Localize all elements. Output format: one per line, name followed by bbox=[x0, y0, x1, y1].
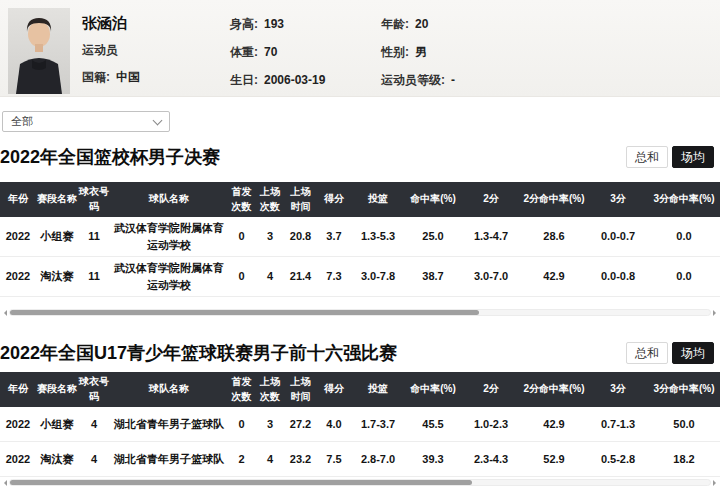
table-cell: 2022 bbox=[0, 217, 36, 257]
height-label: 身高: bbox=[230, 17, 258, 31]
table-cell: 小组赛 bbox=[36, 407, 78, 442]
height-value: 193 bbox=[264, 17, 284, 31]
nationality-label: 国籍: bbox=[82, 70, 110, 84]
weight-label: 体重: bbox=[230, 45, 258, 59]
weight-field: 体重:70 bbox=[230, 44, 381, 61]
nationality-field: 国籍:中国 bbox=[82, 69, 230, 86]
table-header-row: 年份赛段名称球衣号码球队名称首发次数上场次数上场时间得分投篮命中率(%)2分2分… bbox=[0, 372, 720, 407]
sum-toggle-button[interactable]: 总和 bbox=[626, 146, 668, 168]
table-cell: 0.0-0.8 bbox=[588, 257, 648, 297]
weight-value: 70 bbox=[264, 45, 277, 59]
athlete-photo bbox=[8, 8, 70, 94]
avg-toggle-button[interactable]: 场均 bbox=[672, 146, 714, 168]
table-cell: 湖北省青年男子篮球队 bbox=[110, 442, 228, 477]
column-header: 赛段名称 bbox=[36, 372, 78, 407]
table-cell: 42.9 bbox=[520, 407, 588, 442]
column-header: 3分 bbox=[588, 182, 648, 217]
stats-table: 年份赛段名称球衣号码球队名称首发次数上场次数上场时间得分投篮命中率(%)2分2分… bbox=[0, 182, 720, 297]
athlete-profile-panel: 张涵泊 运动员 国籍:中国 身高:193 体重:70 生日:2006-03-19… bbox=[0, 0, 720, 97]
table-header-row: 年份赛段名称球衣号码球队名称首发次数上场次数上场时间得分投篮命中率(%)2分2分… bbox=[0, 182, 720, 217]
column-header: 3分命中率(%) bbox=[648, 372, 720, 407]
scrollbar-thumb[interactable] bbox=[10, 310, 479, 315]
stat-mode-toggle: 总和 场均 bbox=[626, 146, 714, 168]
table-cell: 11 bbox=[78, 257, 110, 297]
athlete-role: 运动员 bbox=[82, 42, 230, 59]
column-header: 赛段名称 bbox=[36, 182, 78, 217]
filter-selected-value: 全部 bbox=[11, 114, 33, 129]
table-cell: 42.9 bbox=[520, 257, 588, 297]
stat-mode-toggle: 总和 场均 bbox=[626, 342, 714, 364]
table-cell: 2022 bbox=[0, 442, 36, 477]
table-cell: 3.0-7.8 bbox=[352, 257, 404, 297]
table-cell: 3 bbox=[255, 407, 285, 442]
table-cell: 0.0 bbox=[648, 217, 720, 257]
table-cell: 1.3-5.3 bbox=[352, 217, 404, 257]
table-row: 2022小组赛11武汉体育学院附属体育运动学校0320.83.71.3-5.32… bbox=[0, 217, 720, 257]
column-header: 2分 bbox=[462, 372, 520, 407]
column-header: 得分 bbox=[316, 372, 352, 407]
scroll-right-arrow-icon[interactable] bbox=[713, 480, 719, 486]
table-cell: 2.8-7.0 bbox=[352, 442, 404, 477]
table-cell: 45.5 bbox=[404, 407, 462, 442]
scrollbar-track[interactable] bbox=[9, 479, 711, 486]
table-cell: 3 bbox=[255, 217, 285, 257]
table-cell: 18.2 bbox=[648, 442, 720, 477]
table-cell: 38.7 bbox=[404, 257, 462, 297]
table-cell: 4.0 bbox=[316, 407, 352, 442]
table-cell: 0 bbox=[228, 257, 255, 297]
scrollbar-track[interactable] bbox=[9, 309, 711, 316]
column-header: 2分 bbox=[462, 182, 520, 217]
athlete-grade-label: 运动员等级: bbox=[381, 73, 445, 87]
table-cell: 淘汰赛 bbox=[36, 442, 78, 477]
age-value: 20 bbox=[415, 17, 428, 31]
column-header: 命中率(%) bbox=[404, 372, 462, 407]
table-cell: 0.0 bbox=[648, 257, 720, 297]
avg-toggle-button[interactable]: 场均 bbox=[672, 342, 714, 364]
table-cell: 湖北省青年男子篮球队 bbox=[110, 407, 228, 442]
birthday-field: 生日:2006-03-19 bbox=[230, 72, 381, 89]
column-header: 3分 bbox=[588, 372, 648, 407]
horizontal-scrollbar[interactable] bbox=[1, 478, 719, 487]
table-cell: 25.0 bbox=[404, 217, 462, 257]
table-cell: 7.5 bbox=[316, 442, 352, 477]
table-cell: 23.2 bbox=[285, 442, 316, 477]
scroll-left-arrow-icon[interactable] bbox=[1, 480, 7, 486]
column-header: 球衣号码 bbox=[78, 182, 110, 217]
table-cell: 39.3 bbox=[404, 442, 462, 477]
column-header: 投篮 bbox=[352, 182, 404, 217]
height-field: 身高:193 bbox=[230, 16, 381, 33]
table-row: 2022淘汰赛11武汉体育学院附属体育运动学校0421.47.33.0-7.83… bbox=[0, 257, 720, 297]
table-cell: 3.7 bbox=[316, 217, 352, 257]
scrollbar-thumb[interactable] bbox=[10, 480, 472, 485]
age-label: 年龄: bbox=[381, 17, 409, 31]
gender-value: 男 bbox=[415, 45, 427, 59]
birthday-label: 生日: bbox=[230, 73, 258, 87]
column-header: 年份 bbox=[0, 372, 36, 407]
table-row: 2022淘汰赛4湖北省青年男子篮球队2423.27.52.8-7.039.32.… bbox=[0, 442, 720, 477]
table-cell: 0.0-0.7 bbox=[588, 217, 648, 257]
nationality-value: 中国 bbox=[116, 70, 140, 84]
table-cell: 淘汰赛 bbox=[36, 257, 78, 297]
column-header: 3分命中率(%) bbox=[648, 182, 720, 217]
table-cell: 2.3-4.3 bbox=[462, 442, 520, 477]
table-cell: 2022 bbox=[0, 407, 36, 442]
competition-filter-select[interactable]: 全部 bbox=[2, 111, 170, 132]
chevron-down-icon bbox=[153, 115, 163, 125]
column-header: 上场次数 bbox=[255, 372, 285, 407]
table-cell: 21.4 bbox=[285, 257, 316, 297]
table-cell: 0.7-1.3 bbox=[588, 407, 648, 442]
column-header: 得分 bbox=[316, 182, 352, 217]
table-cell: 2022 bbox=[0, 257, 36, 297]
column-header: 上场次数 bbox=[255, 182, 285, 217]
section-title: 2022年全国U17青少年篮球联赛男子前十六强比赛 bbox=[0, 341, 397, 365]
table-cell: 武汉体育学院附属体育运动学校 bbox=[110, 257, 228, 297]
column-header: 投篮 bbox=[352, 372, 404, 407]
horizontal-scrollbar[interactable] bbox=[1, 308, 719, 317]
scroll-right-arrow-icon[interactable] bbox=[713, 310, 719, 316]
table-cell: 4 bbox=[255, 442, 285, 477]
table-cell: 1.0-2.3 bbox=[462, 407, 520, 442]
sum-toggle-button[interactable]: 总和 bbox=[626, 342, 668, 364]
column-header: 2分命中率(%) bbox=[520, 182, 588, 217]
scroll-left-arrow-icon[interactable] bbox=[1, 310, 7, 316]
table-cell: 4 bbox=[255, 257, 285, 297]
